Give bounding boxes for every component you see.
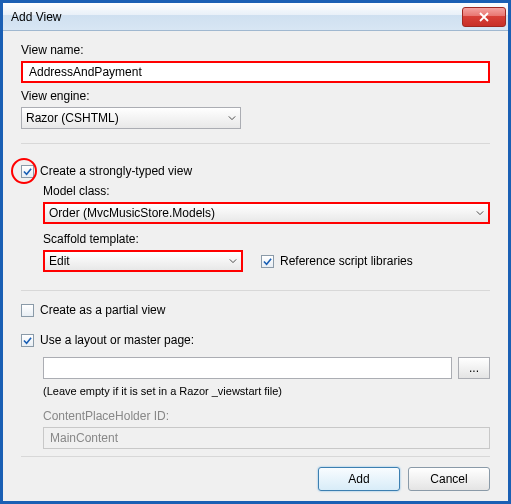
ref-scripts-checkbox[interactable] [261, 255, 274, 268]
model-class-select[interactable]: Order (MvcMusicStore.Models) [43, 202, 490, 224]
check-icon [23, 336, 32, 345]
chevron-down-icon [228, 114, 236, 122]
view-engine-value: Razor (CSHTML) [26, 111, 119, 125]
titlebar: Add View [3, 3, 508, 31]
cph-input [43, 427, 490, 449]
use-layout-checkbox[interactable] [21, 334, 34, 347]
ref-scripts-label: Reference script libraries [280, 254, 413, 268]
close-button[interactable] [462, 7, 506, 27]
partial-view-checkbox[interactable] [21, 304, 34, 317]
check-icon [263, 257, 272, 266]
view-engine-label: View engine: [21, 89, 490, 103]
scaffold-select[interactable]: Edit [43, 250, 243, 272]
add-button[interactable]: Add [318, 467, 400, 491]
chevron-down-icon [229, 257, 237, 265]
check-icon [23, 167, 32, 176]
layout-hint: (Leave empty if it is set in a Razor _vi… [43, 385, 490, 397]
window-title: Add View [11, 10, 462, 24]
scaffold-value: Edit [49, 254, 70, 268]
view-engine-select[interactable]: Razor (CSHTML) [21, 107, 241, 129]
add-view-dialog: Add View View name: View engine: Razor (… [0, 0, 511, 504]
model-class-value: Order (MvcMusicStore.Models) [49, 206, 215, 220]
browse-button[interactable]: ... [458, 357, 490, 379]
separator [21, 143, 490, 144]
view-name-label: View name: [21, 43, 490, 57]
layout-path-input[interactable] [43, 357, 452, 379]
use-layout-label: Use a layout or master page: [40, 333, 194, 347]
dialog-footer: Add Cancel [21, 456, 490, 491]
strongly-typed-checkbox[interactable] [21, 165, 34, 178]
model-class-label: Model class: [43, 184, 490, 198]
scaffold-label: Scaffold template: [43, 232, 490, 246]
cph-label: ContentPlaceHolder ID: [43, 409, 490, 423]
dialog-content: View name: View engine: Razor (CSHTML) C… [3, 31, 508, 501]
strongly-typed-label: Create a strongly-typed view [40, 164, 192, 178]
close-icon [479, 12, 489, 22]
separator [21, 290, 490, 291]
partial-view-label: Create as a partial view [40, 303, 165, 317]
view-name-input[interactable] [21, 61, 490, 83]
cancel-button[interactable]: Cancel [408, 467, 490, 491]
chevron-down-icon [476, 209, 484, 217]
